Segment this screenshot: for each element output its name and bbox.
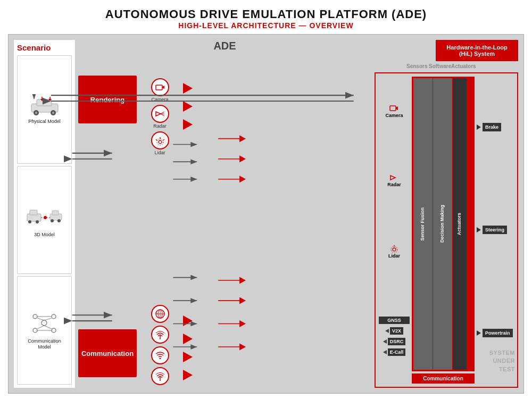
ade-title: ADE (78, 40, 371, 52)
right-panel: Hardware-in-the-Loop (HiL) System Sensor… (375, 40, 518, 388)
hil-line2: (HiL) System (459, 51, 495, 57)
svg-point-54 (41, 320, 47, 326)
wifi-icon-row (140, 346, 180, 364)
sensor-icon-groups: Camera Radar (140, 54, 180, 388)
v2x-triangle (183, 334, 193, 344)
svg-point-71 (159, 140, 162, 144)
sys-radar-item: Radar (379, 174, 410, 187)
svg-point-51 (57, 219, 61, 222)
svg-point-50 (51, 219, 54, 222)
svg-point-72 (157, 139, 163, 145)
ecall-triangle (183, 370, 193, 380)
ade-panel: ADE Rendering Communication (78, 40, 371, 388)
camera-triangle (183, 83, 193, 94)
svg-line-62 (44, 326, 52, 329)
system-under-test-label: SYSTEMUNDERTEST (489, 349, 515, 373)
v2x-row: V2X (379, 327, 410, 335)
svg-rect-49 (52, 211, 59, 215)
communication-box: Communication (78, 329, 137, 377)
svg-marker-67 (156, 112, 161, 116)
decision-making-cell: Decision Making (433, 78, 452, 370)
gnss-label-box: GNSS (379, 317, 410, 324)
rendering-box: Rendering (78, 76, 137, 123)
rendering-sensor-icons: Camera Radar (140, 78, 180, 155)
radar-circle-icon (151, 105, 169, 123)
hil-line1: Hardware-in-the-Loop (446, 44, 507, 51)
ecall-arrow-left (383, 350, 387, 354)
dsrc-label-box: DSRC (388, 338, 406, 345)
svg-line-70 (161, 114, 164, 116)
software-header: Software (429, 63, 449, 69)
svg-point-55 (33, 314, 37, 319)
brake-triangle (477, 124, 481, 130)
actuators-cell: Actuators (453, 78, 467, 370)
svg-point-86 (393, 248, 396, 251)
main-title: AUTONOMOUS DRIVE EMULATION PLATFORM (ADE… (8, 7, 524, 21)
sys-comm-labels: GNSS V2X DSRC E-Call (379, 317, 410, 356)
v2x-arrow-left (385, 329, 389, 333)
3d-model-icon (26, 202, 63, 231)
svg-line-74 (156, 139, 157, 140)
gnss-icon-row (140, 305, 180, 323)
bottom-triangles (183, 315, 195, 380)
software-stack-area: Sensor Fusion Decision Making Actuators … (412, 77, 475, 384)
lidar-icon-row: Lidar (140, 131, 180, 155)
brake-label: Brake (483, 123, 501, 131)
column-headers-row: Sensors Software Actuators (375, 63, 518, 69)
steering-output: Steering (477, 226, 514, 234)
svg-line-75 (163, 139, 164, 140)
steering-triangle (477, 227, 481, 232)
sensor-fusion-cell: Sensor Fusion (413, 78, 433, 370)
comm-sensor-icons (140, 305, 180, 385)
svg-point-33 (35, 112, 37, 114)
communication-model-card: CommunicationModel (17, 276, 72, 385)
powertrain-label: Powertrain (483, 329, 513, 337)
actuators-text: Actuators (457, 213, 462, 235)
svg-line-59 (37, 318, 44, 320)
radar-icon-row: Radar (140, 105, 180, 129)
svg-line-68 (161, 112, 164, 114)
svg-rect-31 (37, 99, 52, 106)
sys-radar-label: Radar (387, 182, 401, 187)
wifi-circle-icon (151, 346, 169, 364)
sys-lidar-item: Lidar (379, 243, 410, 259)
physical-model-card: Physical Model (17, 55, 72, 164)
brake-output: Brake (477, 123, 514, 131)
svg-point-35 (52, 112, 54, 114)
tower2-circle-icon (151, 367, 169, 385)
sys-lidar-label: Lidar (388, 253, 400, 259)
gnss-triangle (183, 315, 193, 326)
actuators-header: Actuators (451, 63, 466, 69)
v2x2-icon-row (140, 367, 180, 385)
svg-marker-85 (390, 176, 395, 180)
radar-label: Radar (153, 123, 167, 129)
sensor-fusion-text: Sensor Fusion (420, 207, 426, 241)
ecall-label-box: E-Call (388, 348, 406, 356)
page-wrapper: AUTONOMOUS DRIVE EMULATION PLATFORM (ADE… (0, 0, 532, 399)
dsrc-row: DSRC (379, 338, 410, 345)
3d-model-card: 3D Model (17, 166, 72, 275)
ade-content: Rendering Communication (78, 54, 371, 388)
camera-circle-icon (151, 78, 169, 96)
communication-model-label: CommunicationModel (28, 338, 61, 350)
dsrc-triangle (183, 352, 193, 362)
ecall-row: E-Call (379, 348, 410, 356)
hil-system-box: Hardware-in-the-Loop (HiL) System (436, 40, 518, 61)
actuator-outputs-col: Brake Steering Powertrain (477, 77, 514, 384)
scenario-title: Scenario (17, 43, 72, 52)
sub-title: HIGH-LEVEL ARCHITECTURE — OVERVIEW (8, 21, 524, 30)
inner-stack: Sensor Fusion Decision Making Actuators (412, 77, 475, 371)
svg-rect-42 (30, 210, 37, 215)
v2x-label-box: V2X (390, 327, 403, 335)
tower-circle-icon (151, 326, 169, 344)
top-triangles (183, 83, 195, 130)
communication-inner-box: Communication (412, 373, 475, 384)
svg-point-44 (36, 220, 39, 223)
svg-point-43 (28, 220, 31, 223)
sensors-header: Sensors (406, 63, 427, 69)
dsrc-arrow-left (383, 339, 387, 344)
svg-line-61 (37, 326, 44, 329)
triangle-arrows (183, 54, 195, 388)
radar-triangle (183, 101, 193, 112)
camera-label: Camera (151, 97, 168, 102)
